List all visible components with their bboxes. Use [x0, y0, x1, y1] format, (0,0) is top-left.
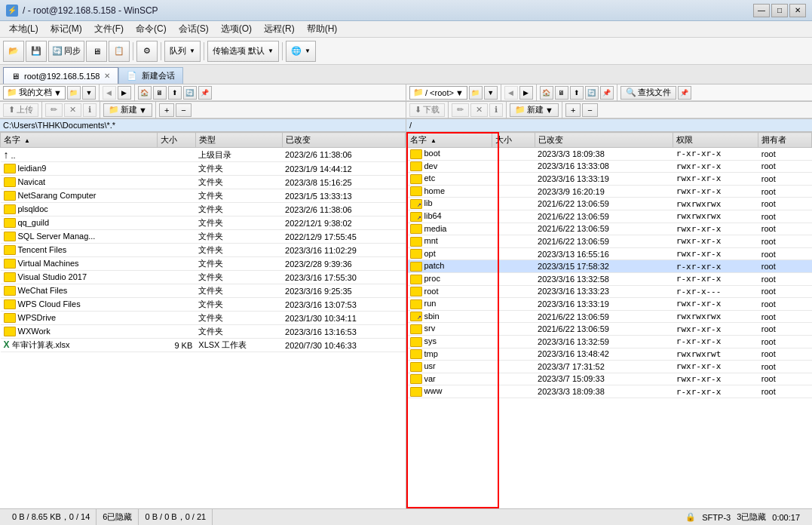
right-file-row[interactable]: dev2023/3/16 13:33:08rwxr-xr-xroot — [407, 160, 812, 173]
right-root-btn[interactable]: 🏠 — [540, 86, 553, 100]
right-file-row[interactable]: patch2023/3/15 17:58:32r-xr-xr-xroot — [407, 260, 812, 273]
right-file-row[interactable]: var2023/3/7 15:09:33rwxr-xr-xroot — [407, 373, 812, 385]
left-upload-btn[interactable]: ⬆ 上传 — [3, 103, 38, 117]
right-file-row[interactable]: root2023/3/16 13:33:23r-xr-x---root — [407, 285, 812, 298]
menu-remote[interactable]: 远程(R) — [258, 21, 301, 37]
left-file-row[interactable]: WPS Cloud Files文件夹2023/3/16 13:07:53 — [1, 298, 406, 312]
left-file-row[interactable]: Tencent Files文件夹2023/3/16 11:02:29 — [1, 244, 406, 257]
right-file-row[interactable]: usr2023/3/7 17:31:52rwxr-xr-xroot — [407, 361, 812, 373]
right-refresh-btn[interactable]: 🔄 — [585, 86, 599, 100]
right-delete-btn[interactable]: ✕ — [470, 103, 488, 117]
left-props-btn[interactable]: ℹ — [83, 103, 97, 117]
tab-session[interactable]: 🖥 root@192.168.5.158 ✕ — [3, 67, 118, 84]
right-file-row[interactable]: proc2023/3/16 13:32:58r-xr-xr-xroot — [407, 272, 812, 285]
right-file-row[interactable]: home2023/3/9 16:20:19rwxr-xr-xroot — [407, 185, 812, 198]
left-extra2[interactable]: − — [176, 103, 191, 117]
right-back-btn[interactable]: ◀ — [504, 86, 518, 100]
menu-local[interactable]: 本地(L) — [3, 21, 44, 37]
left-up-btn[interactable]: ⬆ — [168, 86, 182, 100]
left-file-row[interactable]: Visual Studio 2017文件夹2023/3/16 17:55:30 — [1, 271, 406, 284]
left-file-row[interactable]: Navicat文件夹2023/3/8 15:16:25 — [1, 176, 406, 189]
left-extra1[interactable]: + — [159, 103, 174, 117]
left-file-row[interactable]: qq_guild文件夹2022/12/1 9:38:02 — [1, 216, 406, 230]
right-file-row[interactable]: ↗lib2021/6/22 13:06:59rwxrwxrwxroot — [407, 198, 812, 210]
left-file-row[interactable]: WeChat Files文件夹2023/3/16 9:25:35 — [1, 284, 406, 298]
right-file-row[interactable]: sys2023/3/16 13:32:59r-xr-xr-xroot — [407, 335, 812, 348]
left-file-row[interactable]: X年审计算表.xlsx9 KBXLSX 工作表2020/7/30 10:46:3… — [1, 339, 406, 352]
toolbar-sync-btn[interactable]: 🔄 同步 — [48, 41, 84, 62]
left-path-dropdown[interactable]: 📁 我的文档 ▼ — [3, 86, 66, 100]
right-bookmark-btn[interactable]: 📌 — [600, 86, 614, 100]
toolbar-open-btn[interactable]: 📂 — [3, 41, 24, 62]
toolbar-save-btn[interactable]: 💾 — [26, 41, 47, 62]
left-file-row[interactable]: WXWork文件夹2023/3/16 13:16:53 — [1, 325, 406, 339]
right-file-row[interactable]: boot2023/3/3 18:09:38r-xr-xr-xroot — [407, 148, 812, 161]
right-file-row[interactable]: mnt2021/6/22 13:06:59rwxr-xr-xroot — [407, 235, 812, 248]
menu-mark[interactable]: 标记(M) — [44, 21, 88, 37]
right-file-row[interactable]: opt2023/3/13 16:55:16rwxr-xr-xroot — [407, 247, 812, 260]
left-delete-btn[interactable]: ✕ — [64, 103, 81, 117]
queue-dropdown[interactable]: 队列 ▼ — [164, 41, 201, 62]
left-edit-btn[interactable]: ✏ — [45, 103, 63, 117]
left-bookmark-btn[interactable]: 📌 — [198, 86, 212, 100]
left-refresh-btn[interactable]: 🔄 — [183, 86, 197, 100]
right-filter-btn[interactable]: ▼ — [484, 86, 498, 100]
menu-command[interactable]: 命令(C) — [130, 21, 173, 37]
left-desktop-btn[interactable]: 🖥 — [153, 86, 167, 100]
left-col-type[interactable]: 类型 — [195, 133, 282, 148]
menu-help[interactable]: 帮助(H) — [301, 21, 344, 37]
right-file-row[interactable]: etc2023/3/16 13:33:19rwxr-xr-xroot — [407, 173, 812, 186]
left-file-row[interactable]: ↑..上级目录2023/2/6 11:38:06 — [1, 148, 406, 162]
menu-file[interactable]: 文件(F) — [88, 21, 130, 37]
menu-session[interactable]: 会话(S) — [173, 21, 215, 37]
right-desktop-btn[interactable]: 🖥 — [555, 86, 568, 100]
minimize-button[interactable]: — — [753, 4, 770, 17]
right-file-row[interactable]: ↗sbin2021/6/22 13:06:59rwxrwxrwxroot — [407, 310, 812, 323]
left-file-row[interactable]: SQL Server Manag...文件夹2022/12/9 17:55:45 — [1, 230, 406, 244]
right-file-row[interactable]: run2023/3/16 13:33:19rwxr-xr-xroot — [407, 298, 812, 311]
left-file-row[interactable]: leidian9文件夹2023/1/9 14:44:12 — [1, 162, 406, 176]
tab-close-btn[interactable]: ✕ — [104, 72, 110, 80]
right-col-modified[interactable]: 已改变 — [535, 133, 673, 148]
tab-new-session[interactable]: 📄 新建会话 — [118, 67, 183, 84]
toolbar-btn3[interactable]: 🖥 — [86, 41, 107, 62]
menu-options[interactable]: 选项(O) — [215, 21, 258, 37]
left-root-btn[interactable]: 🏠 — [138, 86, 152, 100]
right-path-icon-btn[interactable]: 📁 — [469, 86, 483, 100]
right-col-owner[interactable]: 拥有者 — [758, 133, 812, 148]
left-path-icon-btn[interactable]: 📁 — [67, 86, 81, 100]
right-find-btn[interactable]: 🔍 查找文件 — [620, 86, 676, 100]
right-file-row[interactable]: media2021/6/22 13:06:59rwxr-xr-xroot — [407, 223, 812, 235]
right-extra-btn[interactable]: 📌 — [678, 86, 691, 100]
right-path-dropdown[interactable]: 📁 / <root> ▼ — [409, 86, 467, 100]
right-col-perms[interactable]: 权限 — [673, 133, 758, 148]
maximize-button[interactable]: □ — [771, 4, 788, 17]
left-file-list-container[interactable]: 名字 ▲ 大小 类型 已改变 — [0, 132, 406, 508]
right-up-btn[interactable]: ⬆ — [570, 86, 584, 100]
right-file-row[interactable]: ↗lib642021/6/22 13:06:59rwxrwxrwxroot — [407, 210, 812, 223]
right-col-name[interactable]: 名字 ▲ — [407, 133, 492, 148]
right-file-row[interactable]: srv2021/6/22 13:06:59rwxr-xr-xroot — [407, 323, 812, 336]
left-file-row[interactable]: plsqldoc文件夹2023/2/6 11:38:06 — [1, 203, 406, 216]
left-file-row[interactable]: Virtual Machines文件夹2023/2/28 9:39:36 — [1, 257, 406, 271]
right-file-list-container[interactable]: 名字 ▲ 大小 已改变 权限 — [406, 132, 812, 508]
left-new-btn[interactable]: 📁 新建 ▼ — [103, 103, 152, 117]
right-download-btn[interactable]: ⬇ 下载 — [409, 103, 445, 117]
left-col-name[interactable]: 名字 ▲ — [1, 133, 158, 148]
globe-dropdown[interactable]: 🌐 ▼ — [286, 41, 316, 62]
right-new-btn[interactable]: 📁 新建 ▼ — [510, 103, 559, 117]
right-col-size[interactable]: 大小 — [492, 133, 535, 148]
right-props-btn[interactable]: ℹ — [489, 103, 503, 117]
right-extra1[interactable]: + — [565, 103, 581, 117]
right-file-row[interactable]: tmp2023/3/16 13:48:42rwxrwxrwtroot — [407, 348, 812, 361]
left-forward-btn[interactable]: ▶ — [118, 86, 131, 100]
close-button[interactable]: ✕ — [789, 4, 806, 17]
left-col-modified[interactable]: 已改变 — [282, 133, 405, 148]
toolbar-btn4[interactable]: 📋 — [109, 41, 130, 62]
left-filter-btn[interactable]: ▼ — [82, 86, 96, 100]
left-file-row[interactable]: WPSDrive文件夹2023/1/30 10:34:11 — [1, 312, 406, 325]
right-forward-btn[interactable]: ▶ — [519, 86, 533, 100]
toolbar-settings-btn[interactable]: ⚙ — [136, 41, 158, 62]
left-col-size[interactable]: 大小 — [158, 133, 196, 148]
right-extra2[interactable]: − — [582, 103, 597, 117]
